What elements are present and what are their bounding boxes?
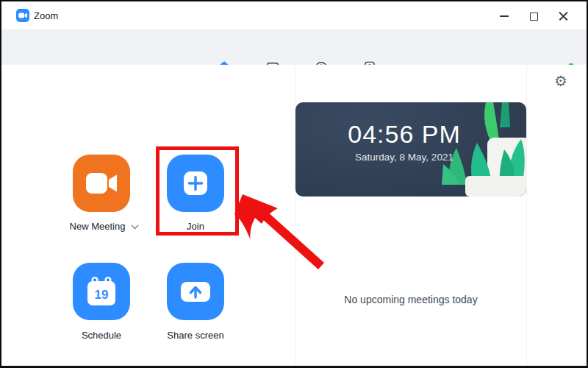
new-meeting-button[interactable] xyxy=(73,155,130,212)
clock-card: 04:56 PM Saturday, 8 May, 2021 xyxy=(295,102,526,197)
maximize-icon xyxy=(530,13,538,21)
zoom-window: Zoom Home Chat xyxy=(0,0,588,368)
clock-time: 04:56 PM xyxy=(295,120,513,149)
nav-bar: Home Chat Meetings xyxy=(1,29,587,65)
share-screen-button[interactable] xyxy=(167,263,224,320)
close-icon xyxy=(559,12,568,21)
minimize-button[interactable] xyxy=(492,7,516,25)
schedule-button[interactable]: 19 xyxy=(73,263,130,320)
clock-date: Saturday, 8 May, 2021 xyxy=(295,152,513,163)
svg-text:19: 19 xyxy=(95,288,109,302)
settings-gear-icon[interactable]: ⚙ xyxy=(554,74,567,88)
minimize-icon xyxy=(500,15,509,17)
close-button[interactable] xyxy=(551,7,575,25)
video-camera-icon xyxy=(73,155,130,212)
window-title: Zoom xyxy=(34,10,58,21)
annotation-red-box xyxy=(156,146,239,236)
zoom-logo-icon xyxy=(16,9,29,22)
maximize-button[interactable] xyxy=(522,7,545,25)
share-arrow-icon xyxy=(167,263,224,320)
panel-divider-right xyxy=(526,65,527,366)
share-screen-label[interactable]: Share screen xyxy=(137,330,254,341)
calendar-icon: 19 xyxy=(73,263,130,320)
no-meetings-message: No upcoming meetings today xyxy=(295,294,526,305)
clock-text: 04:56 PM Saturday, 8 May, 2021 xyxy=(295,120,513,163)
title-bar: Zoom xyxy=(1,1,587,29)
